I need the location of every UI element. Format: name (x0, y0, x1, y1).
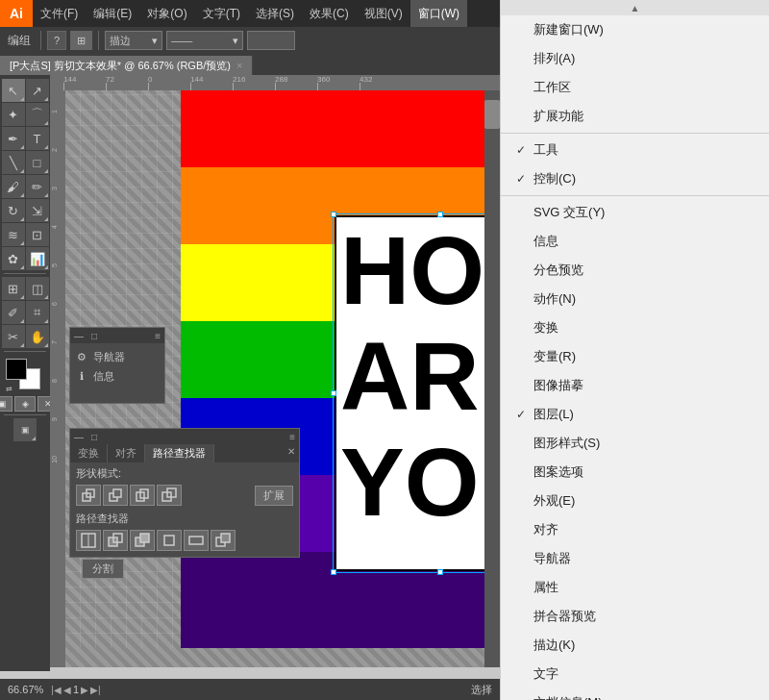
menu-item-变量-r-[interactable]: 变量(R) (501, 342, 769, 371)
tab-pathfinder[interactable]: 路径查找器 (145, 444, 214, 462)
menu-item-工作区[interactable]: 工作区 (501, 73, 769, 102)
menu-item-图案选项[interactable]: 图案选项 (501, 458, 769, 487)
menu-item-新建窗口-w-[interactable]: 新建窗口(W) (501, 15, 769, 44)
screen-mode-btn[interactable]: ▣ (13, 418, 37, 441)
scissors-tool[interactable]: ✂ (2, 325, 25, 348)
svg-rect-17 (221, 534, 230, 542)
menu-item-图层-l-[interactable]: 图层(L) (501, 400, 769, 429)
outline-btn[interactable] (184, 530, 209, 551)
tool-row-1: ↖ ↗ (2, 79, 49, 102)
tab-align[interactable]: 对齐 (108, 444, 145, 462)
type-tool[interactable]: T (26, 127, 49, 150)
menu-item-分色预览[interactable]: 分色预览 (501, 256, 769, 285)
menu-item-svg-交互-y-[interactable]: SVG 交互(Y) (501, 198, 769, 227)
trim-btn[interactable] (103, 530, 128, 551)
hand-tool[interactable]: ✋ (26, 325, 49, 348)
menu-file[interactable]: 文件(F) (33, 0, 86, 27)
menu-item-工具[interactable]: 工具 (501, 136, 769, 164)
free-transform-tool[interactable]: ⊡ (26, 223, 49, 246)
menu-item-信息[interactable]: 信息 (501, 227, 769, 256)
menu-item-属性[interactable]: 属性 (501, 573, 769, 602)
expand-btn[interactable]: 扩展 (255, 486, 293, 506)
info-row[interactable]: ℹ 信息 (74, 366, 161, 386)
symbol-tool[interactable]: ✿ (2, 247, 25, 270)
rotate-tool[interactable]: ↻ (2, 199, 25, 222)
menu-item-对齐[interactable]: 对齐 (501, 515, 769, 544)
unite-btn[interactable] (76, 485, 101, 506)
pen-tool[interactable]: ✒ (2, 127, 25, 150)
stroke-dropdown[interactable]: 描边▾ (105, 31, 162, 50)
navigator-row[interactable]: ⚙ 导航器 (74, 347, 161, 366)
prev-btn[interactable]: ◀ (63, 685, 71, 695)
gradient-mode-btn[interactable]: ◈ (14, 396, 36, 412)
merge-btn[interactable] (130, 530, 155, 551)
menu-item-描边-k-[interactable]: 描边(K) (501, 631, 769, 660)
tab-transform[interactable]: 变换 (70, 444, 108, 462)
vertical-scrollbar[interactable] (484, 90, 500, 667)
prev-page-btn[interactable]: |◀ (51, 685, 62, 695)
stroke-input[interactable] (247, 31, 295, 50)
lasso-tool[interactable]: ⌒ (26, 103, 49, 126)
warp-tool[interactable]: ≋ (2, 223, 25, 246)
pf-minimize[interactable]: — (74, 432, 84, 442)
column-graph-tool[interactable]: 📊 (26, 247, 49, 270)
menu-item-控制-c-[interactable]: 控制(C) (501, 164, 769, 193)
menu-select[interactable]: 选择(S) (248, 0, 302, 27)
line-tool[interactable]: ╲ (2, 151, 25, 174)
scroll-up-indicator[interactable]: ▲ (501, 0, 769, 15)
close-panel-btn[interactable]: ✕ (284, 444, 299, 462)
scale-tool[interactable]: ⇲ (26, 199, 49, 222)
panel-menu-btn[interactable]: ≡ (155, 331, 161, 341)
minus-back-btn[interactable] (211, 530, 236, 551)
paintbrush-tool[interactable]: 🖌 (2, 175, 25, 198)
select-tool[interactable]: ↖ (2, 79, 25, 102)
gradient-tool[interactable]: ◫ (26, 277, 49, 300)
stroke-weight[interactable]: ——▾ (166, 31, 243, 50)
menu-item-导航器[interactable]: 导航器 (501, 544, 769, 573)
menu-window[interactable]: 窗口(W) (410, 0, 467, 27)
divide-icon-btn[interactable] (76, 530, 101, 551)
menu-item-拼合器预览[interactable]: 拼合器预览 (501, 602, 769, 631)
mesh-tool[interactable]: ⊞ (2, 277, 25, 300)
exclude-btn[interactable] (157, 485, 182, 506)
menu-effect[interactable]: 效果(C) (302, 0, 357, 27)
toolbar-align-btn[interactable]: ⊞ (70, 31, 92, 50)
menu-item-变换[interactable]: 变换 (501, 313, 769, 342)
eyedropper-tool[interactable]: ✐ (2, 301, 25, 324)
menu-view[interactable]: 视图(V) (357, 0, 410, 27)
swap-icon[interactable]: ⇄ (6, 385, 12, 393)
menu-item-图形样式-s-[interactable]: 图形样式(S) (501, 429, 769, 458)
intersect-btn[interactable] (130, 485, 155, 506)
vscroll-thumb[interactable] (484, 100, 500, 129)
menu-item-图像描摹[interactable]: 图像描摹 (501, 371, 769, 400)
blend-tool[interactable]: ⌗ (26, 301, 49, 324)
menu-item-排列-a-[interactable]: 排列(A) (501, 44, 769, 73)
menu-item-文档信息-m-[interactable]: 文档信息(M) (501, 688, 769, 700)
menu-object[interactable]: 对象(O) (139, 0, 194, 27)
shape-tool[interactable]: □ (26, 151, 49, 174)
tab-close-btn[interactable]: × (236, 60, 242, 71)
magic-wand-tool[interactable]: ✦ (2, 103, 25, 126)
direct-select-tool[interactable]: ↗ (26, 79, 49, 102)
pencil-tool[interactable]: ✏ (26, 175, 49, 198)
divide-button[interactable]: 分割 (82, 559, 124, 579)
menu-item-外观-e-[interactable]: 外观(E) (501, 487, 769, 515)
color-selector[interactable]: ⇄ (6, 359, 44, 393)
active-tab[interactable]: [P大点S] 剪切文本效果* @ 66.67% (RGB/预览) × (0, 56, 253, 75)
menu-item-文字[interactable]: 文字 (501, 660, 769, 688)
menu-text[interactable]: 文字(T) (195, 0, 248, 27)
toolbar-help-btn[interactable]: ? (47, 31, 66, 50)
next-btn[interactable]: ▶ (81, 685, 88, 695)
menu-item-动作-n-[interactable]: 动作(N) (501, 285, 769, 313)
menu-item-扩展功能[interactable]: 扩展功能 (501, 102, 769, 131)
next-page-btn[interactable]: ▶| (90, 685, 101, 695)
minus-front-btn[interactable] (103, 485, 128, 506)
panel-maximize[interactable]: □ (91, 331, 97, 341)
crop-btn[interactable] (157, 530, 182, 551)
pf-menu-btn[interactable]: ≡ (289, 432, 295, 442)
pf-maximize[interactable]: □ (91, 432, 97, 442)
panel-minimize[interactable]: — (74, 331, 84, 341)
fill-mode-btn[interactable]: ▣ (0, 396, 12, 412)
foreground-color[interactable] (6, 359, 27, 380)
menu-edit[interactable]: 编辑(E) (86, 0, 139, 27)
